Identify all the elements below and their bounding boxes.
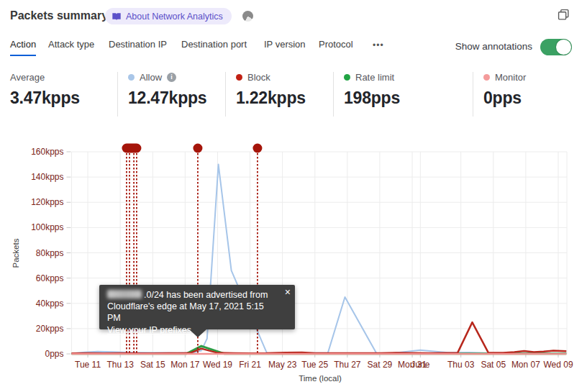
pie-chart-icon[interactable] [242, 11, 253, 22]
svg-text:Tue 11: Tue 11 [75, 360, 101, 370]
stat-monitor: Monitor 0pps [483, 70, 526, 108]
stat-label: Monitor [495, 72, 526, 83]
stat-block: Block 1.22kpps [236, 70, 306, 108]
stat-rate-limit: Rate limit 198pps [344, 70, 400, 108]
divider [333, 72, 334, 117]
stat-value: 198pps [344, 88, 400, 108]
redacted-ip-prefix [107, 290, 142, 298]
tab-action[interactable]: Action [10, 39, 36, 56]
monitor-legend-dot [483, 74, 490, 81]
book-icon [112, 12, 122, 22]
stat-label: Average [10, 72, 45, 83]
tab-destination-port[interactable]: Destination port [181, 39, 247, 56]
svg-text:Tue 25: Tue 25 [301, 360, 328, 370]
stat-label: Rate limit [355, 72, 394, 83]
allow-legend-dot [128, 74, 135, 81]
info-icon[interactable] [167, 73, 176, 82]
svg-text:May 23: May 23 [268, 360, 297, 370]
summary-stats: Average 3.47kpps Allow 12.47kpps Block 1… [0, 70, 587, 118]
block-legend-dot [236, 74, 242, 81]
divider [225, 72, 226, 117]
packets-chart[interactable]: 0pps20kpps40kpps60kpps80kpps100kpps120kp… [0, 0, 587, 392]
stat-value: 0pps [483, 88, 526, 108]
stat-value: 1.22kpps [236, 88, 306, 108]
tab-attack-type[interactable]: Attack type [48, 39, 94, 56]
copy-icon[interactable] [558, 9, 570, 21]
svg-text:0pps: 0pps [45, 349, 63, 359]
tooltip-line-1: .0/24 has been advertised from [107, 289, 278, 301]
close-icon[interactable]: × [285, 286, 291, 298]
svg-text:Mon 17: Mon 17 [170, 360, 199, 370]
svg-text:Time (local): Time (local) [299, 374, 342, 383]
stat-label: Block [247, 72, 270, 83]
svg-text:Wed 19: Wed 19 [203, 360, 232, 370]
svg-text:Thu 13: Thu 13 [106, 360, 134, 370]
svg-text:Thu 27: Thu 27 [334, 360, 361, 370]
svg-text:Sat 05: Sat 05 [481, 360, 506, 370]
stat-allow: Allow 12.47kpps [128, 70, 206, 108]
svg-text:140kpps: 140kpps [31, 172, 63, 182]
about-network-analytics-badge[interactable]: About Network Analytics [105, 8, 232, 24]
svg-text:80kpps: 80kpps [36, 248, 64, 258]
show-annotations-label: Show annotations [455, 41, 532, 52]
tab-ip-version[interactable]: IP version [264, 39, 306, 56]
tab-bar: Action Attack type Destination IP Destin… [0, 37, 587, 58]
tab-destination-ip[interactable]: Destination IP [109, 39, 167, 56]
svg-text:Sat 15: Sat 15 [140, 360, 165, 370]
tab-protocol[interactable]: Protocol [319, 39, 353, 56]
svg-text:Sat 29: Sat 29 [368, 360, 393, 370]
tooltip-caret [189, 329, 206, 337]
stat-label: Allow [140, 72, 162, 83]
tooltip-line-1-text: .0/24 has been advertised from [144, 290, 268, 300]
svg-text:Fri 21: Fri 21 [239, 360, 261, 370]
divider [117, 72, 118, 117]
tooltip-line-2: Cloudflare's edge at May 17, 2021 5:15 P… [107, 301, 278, 324]
about-badge-label: About Network Analytics [126, 12, 223, 22]
stat-value: 3.47kpps [10, 88, 80, 108]
svg-text:Wed 09: Wed 09 [543, 360, 573, 370]
packets-summary-panel: 0pps20kpps40kpps60kpps80kpps100kpps120kp… [0, 0, 587, 392]
more-tabs-icon[interactable]: ••• [373, 40, 384, 57]
svg-text:Packets: Packets [12, 238, 20, 268]
toggle-knob [556, 40, 571, 55]
rate-limit-legend-dot [344, 74, 350, 81]
view-ip-prefixes-link[interactable]: View your IP prefixes [107, 324, 191, 336]
svg-text:June: June [411, 360, 429, 370]
divider [473, 72, 473, 117]
show-annotations-toggle[interactable] [540, 39, 572, 55]
svg-text:Mon 07: Mon 07 [511, 360, 540, 370]
page-title: Packets summary [10, 9, 108, 22]
stat-value: 12.47kpps [128, 88, 206, 108]
svg-text:100kpps: 100kpps [31, 222, 63, 232]
svg-text:Thu 03: Thu 03 [447, 360, 475, 370]
svg-text:60kpps: 60kpps [36, 273, 64, 283]
annotation-tooltip: × .0/24 has been advertised from Cloudfl… [99, 285, 295, 329]
stat-average: Average 3.47kpps [10, 70, 80, 108]
svg-text:20kpps: 20kpps [36, 324, 64, 334]
svg-text:160kpps: 160kpps [31, 147, 63, 157]
svg-text:40kpps: 40kpps [36, 298, 64, 309]
svg-text:120kpps: 120kpps [31, 197, 63, 207]
